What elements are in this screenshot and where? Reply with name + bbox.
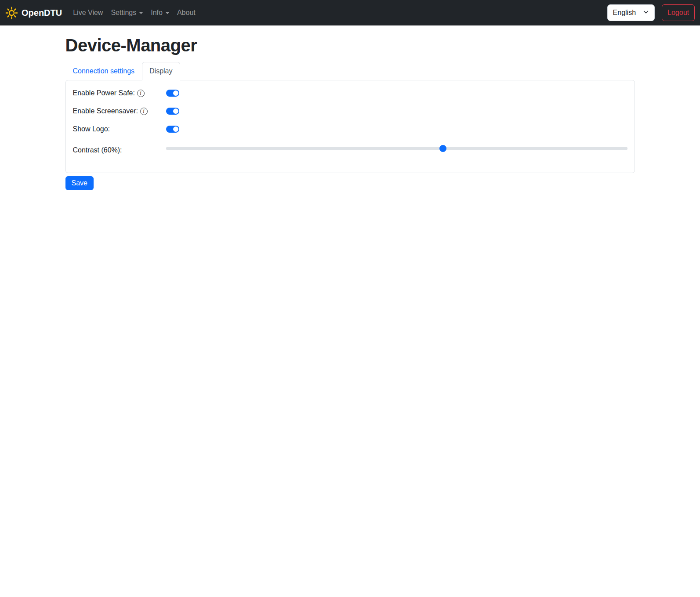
nav-item-label: Live View xyxy=(73,9,103,17)
caret-down-icon xyxy=(166,12,169,14)
field-label: Show Logo: xyxy=(73,125,166,133)
tab-connection-settings[interactable]: Connection settings xyxy=(65,62,142,80)
nav-item-label: Info xyxy=(151,9,163,17)
tab-bar: Connection settings Display xyxy=(65,62,635,80)
form-row-show-logo: Show Logo: xyxy=(73,124,627,134)
nav-item-info[interactable]: Info xyxy=(147,5,173,20)
logout-button[interactable]: Logout xyxy=(662,4,695,21)
nav-item-settings[interactable]: Settings xyxy=(107,5,147,20)
info-circle-icon[interactable]: i xyxy=(140,108,148,115)
language-select-value: English xyxy=(613,9,636,17)
screensaver-toggle[interactable] xyxy=(166,108,179,115)
caret-down-icon xyxy=(139,12,143,14)
navbar-right: English Logout xyxy=(607,4,695,21)
contrast-slider-track[interactable] xyxy=(166,147,627,150)
brand[interactable]: OpenDTU xyxy=(5,7,62,19)
tab-display[interactable]: Display xyxy=(142,62,180,80)
nav-item-label: About xyxy=(177,9,196,17)
main-content: Device-Manager Connection settings Displ… xyxy=(65,35,635,190)
field-label: Enable Screensaver: i xyxy=(73,107,166,115)
brand-label: OpenDTU xyxy=(22,8,62,18)
nav-item-live-view[interactable]: Live View xyxy=(69,5,107,20)
contrast-slider[interactable] xyxy=(166,145,627,152)
sun-icon xyxy=(5,7,18,19)
nav-item-label: Settings xyxy=(111,9,136,17)
contrast-slider-thumb[interactable] xyxy=(439,145,446,152)
nav-item-about[interactable]: About xyxy=(173,5,199,20)
display-settings-card: Enable Power Safe: i Enable Screensaver:… xyxy=(65,80,635,173)
page-title: Device-Manager xyxy=(65,35,635,56)
language-select[interactable]: English xyxy=(607,4,655,21)
navbar: OpenDTU Live View Settings Info About En… xyxy=(0,0,700,25)
show-logo-toggle[interactable] xyxy=(166,126,179,133)
form-row-screensaver: Enable Screensaver: i xyxy=(73,106,627,116)
power-safe-toggle[interactable] xyxy=(166,90,179,97)
chevron-down-icon xyxy=(643,9,649,17)
save-button[interactable]: Save xyxy=(65,176,94,190)
field-label: Contrast (60%): xyxy=(73,146,166,154)
nav-links: Live View Settings Info About xyxy=(69,5,199,20)
form-row-contrast: Contrast (60%): xyxy=(73,145,627,156)
form-row-power-safe: Enable Power Safe: i xyxy=(73,88,627,98)
info-circle-icon[interactable]: i xyxy=(137,90,145,97)
field-label: Enable Power Safe: i xyxy=(73,89,166,97)
